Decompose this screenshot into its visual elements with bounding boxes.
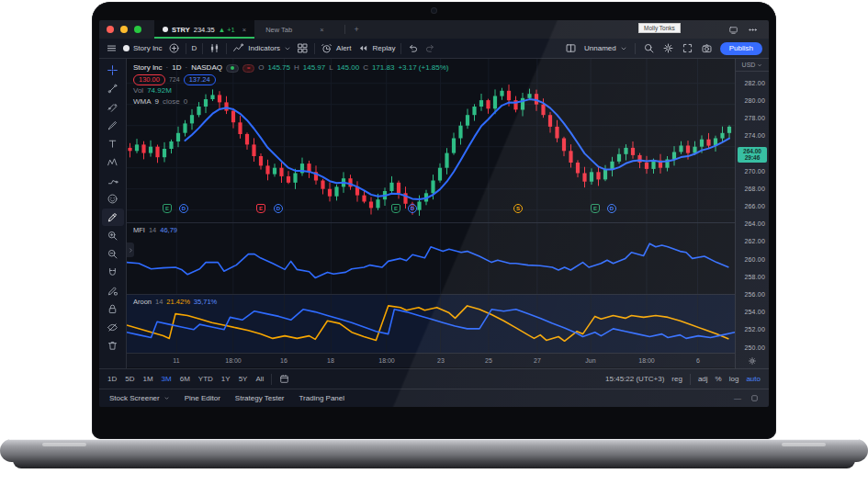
interval-button[interactable]: D bbox=[192, 44, 197, 52]
price-level-high[interactable]: 137.24 bbox=[184, 74, 216, 85]
indicator-templates-icon[interactable] bbox=[297, 42, 309, 54]
text-tool[interactable] bbox=[102, 135, 124, 152]
percent-scale-toggle[interactable]: % bbox=[716, 375, 722, 383]
publish-button[interactable]: Publish bbox=[720, 42, 762, 55]
dividend-badge[interactable]: D bbox=[274, 204, 283, 213]
redo-icon[interactable] bbox=[424, 42, 436, 54]
tab-close-icon[interactable]: × bbox=[320, 26, 323, 34]
close-window-button[interactable] bbox=[107, 26, 114, 33]
adjust-toggle[interactable]: adj bbox=[698, 375, 708, 383]
mfi-panel[interactable]: MFI 14 46,79 bbox=[127, 222, 735, 294]
aroon-panel[interactable]: Aroon 14 21.42% 35,71% bbox=[127, 294, 735, 353]
range-1m-button[interactable]: 1M bbox=[142, 375, 152, 383]
fullscreen-icon[interactable] bbox=[682, 42, 693, 54]
compare-add-icon[interactable] bbox=[168, 42, 180, 54]
snapshot-camera-icon[interactable] bbox=[701, 42, 713, 54]
earnings-miss-badge[interactable]: E bbox=[256, 204, 265, 213]
axis-settings-gear-icon[interactable] bbox=[748, 356, 757, 367]
range-6m-button[interactable]: 6M bbox=[180, 375, 190, 383]
minimize-window-button[interactable] bbox=[120, 26, 128, 33]
laptop-base-bottom bbox=[13, 460, 855, 468]
alert-clock-icon bbox=[321, 42, 333, 54]
measure-tool[interactable] bbox=[102, 209, 124, 226]
range-1d-button[interactable]: 1D bbox=[107, 375, 117, 383]
brush-tool[interactable] bbox=[102, 117, 124, 134]
legend-symbol[interactable]: Story Inc bbox=[133, 62, 163, 73]
maximize-window-button[interactable] bbox=[134, 26, 141, 33]
range-3m-button[interactable]: 3M bbox=[162, 375, 172, 383]
zoom-out-tool[interactable] bbox=[102, 245, 124, 263]
hinge-pad-left bbox=[42, 443, 86, 446]
aroon-legend[interactable]: Aroon 14 21.42% 35,71% bbox=[133, 298, 217, 306]
channel-tool[interactable] bbox=[102, 98, 124, 116]
tab-stry[interactable]: STRY 234.35 ▲ +1 × bbox=[154, 20, 254, 39]
range-5y-button[interactable]: 5Y bbox=[239, 375, 248, 383]
range-1y-button[interactable]: 1Y bbox=[221, 375, 231, 383]
range-ytd-button[interactable]: YTD bbox=[198, 375, 213, 383]
restore-panel-icon[interactable] bbox=[750, 394, 759, 402]
clock[interactable]: 15:45:22 (UTC+3) bbox=[605, 375, 664, 383]
alert-button[interactable]: Alert bbox=[321, 42, 351, 54]
stock-screener-button[interactable]: Stock Screener bbox=[109, 394, 170, 402]
legend-interval: 1D bbox=[172, 62, 181, 73]
xabcd-pattern-tool[interactable] bbox=[102, 153, 124, 171]
volume-label[interactable]: Vol bbox=[133, 85, 143, 96]
mfi-legend[interactable]: MFI 14 46,79 bbox=[133, 226, 177, 234]
earnings-badge[interactable]: E bbox=[591, 204, 600, 213]
session-label[interactable]: reg bbox=[671, 375, 682, 383]
layout-name-button[interactable]: Unnamed bbox=[584, 44, 627, 52]
tab-close-icon[interactable]: × bbox=[242, 26, 246, 34]
split-badge[interactable]: S bbox=[513, 204, 523, 213]
collapse-toolbar-arrow[interactable] bbox=[127, 242, 134, 257]
settings-gear-icon[interactable] bbox=[662, 42, 674, 54]
lock-drawings-tool[interactable] bbox=[102, 300, 124, 318]
layout-select-icon[interactable] bbox=[565, 42, 577, 54]
aroon-plot[interactable] bbox=[127, 295, 735, 353]
trendline-tool[interactable] bbox=[102, 80, 124, 97]
earnings-badge[interactable]: E bbox=[163, 204, 172, 213]
time-tick: 27 bbox=[534, 357, 541, 364]
bottom-panel-bar: Stock Screener Pine Editor Strategy Test… bbox=[99, 389, 769, 407]
log-scale-toggle[interactable]: log bbox=[729, 375, 739, 383]
dividend-badge[interactable]: D bbox=[607, 204, 616, 213]
magnet-tool[interactable] bbox=[102, 264, 124, 281]
wma-label[interactable]: WMA bbox=[133, 96, 152, 107]
symbol-search-button[interactable]: Story Inc bbox=[123, 44, 163, 52]
drawing-mode-tool[interactable] bbox=[102, 282, 124, 299]
emoji-tool[interactable] bbox=[102, 190, 124, 208]
earnings-badge[interactable]: E bbox=[391, 204, 400, 213]
minimize-panel-icon[interactable]: — bbox=[734, 394, 741, 402]
currency-selector[interactable]: USD bbox=[736, 59, 769, 72]
dividend-badge[interactable]: D bbox=[408, 204, 417, 213]
more-options-icon[interactable] bbox=[748, 25, 758, 35]
menu-icon[interactable] bbox=[106, 42, 118, 54]
range-5d-button[interactable]: 5D bbox=[125, 375, 134, 383]
new-tab-button[interactable]: + bbox=[355, 25, 359, 34]
price-axis[interactable]: USD 282.00280.00278.00274.00270.00268.00… bbox=[735, 59, 769, 368]
trading-panel-button[interactable]: Trading Panel bbox=[299, 394, 345, 402]
price-level-low[interactable]: 130.00 bbox=[133, 74, 165, 85]
search-icon[interactable] bbox=[643, 42, 655, 54]
crosshair-tool[interactable] bbox=[102, 62, 124, 79]
remove-drawings-tool[interactable] bbox=[102, 337, 124, 355]
strategy-tester-button[interactable]: Strategy Tester bbox=[235, 394, 285, 402]
undo-icon[interactable] bbox=[407, 42, 419, 54]
go-to-date-icon[interactable] bbox=[279, 374, 289, 384]
auto-scale-toggle[interactable]: auto bbox=[746, 375, 761, 383]
chart-style-icon[interactable] bbox=[209, 42, 220, 54]
price-panel[interactable]: Story Inc · 1D · NASDAQ ≈ O145.75 H145.9… bbox=[127, 59, 735, 222]
indicators-button[interactable]: Indicators bbox=[232, 42, 291, 54]
price-tick: 266.00 bbox=[744, 203, 765, 209]
time-axis[interactable]: 1118:00161818:00232527Jun18:006 bbox=[127, 353, 735, 367]
range-all-button[interactable]: All bbox=[255, 375, 264, 383]
replay-button[interactable]: Replay bbox=[357, 42, 396, 54]
forecast-tool[interactable] bbox=[102, 172, 124, 189]
pine-editor-button[interactable]: Pine Editor bbox=[185, 394, 220, 402]
indicators-icon bbox=[232, 42, 244, 54]
tab-new-tab[interactable]: New Tab × bbox=[254, 26, 334, 34]
dividend-badge[interactable]: D bbox=[179, 204, 188, 213]
cast-icon[interactable] bbox=[728, 25, 738, 35]
hide-drawings-tool[interactable] bbox=[102, 319, 124, 336]
zoom-in-tool[interactable] bbox=[102, 227, 124, 244]
mfi-plot[interactable] bbox=[127, 223, 735, 294]
